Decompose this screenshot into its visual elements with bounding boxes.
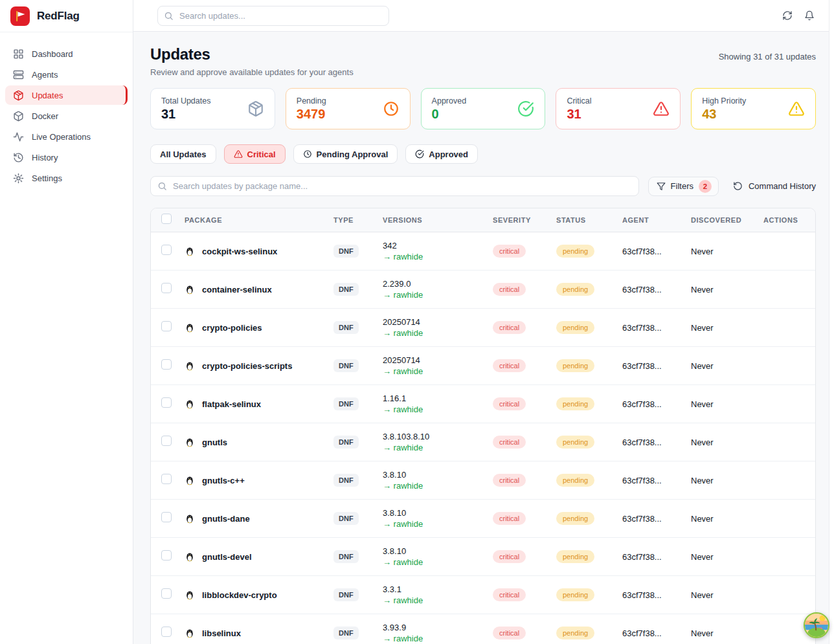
filter-tab-critical[interactable]: Critical bbox=[224, 144, 286, 164]
row-select-checkbox[interactable] bbox=[161, 588, 172, 599]
external-link-icon bbox=[796, 551, 806, 562]
column-header-discovered: DISCOVERED bbox=[691, 216, 763, 224]
approve-button[interactable] bbox=[763, 322, 774, 333]
open-details-button[interactable] bbox=[796, 475, 806, 485]
row-select-checkbox[interactable] bbox=[161, 627, 172, 637]
reject-button[interactable] bbox=[780, 551, 790, 562]
row-select-checkbox[interactable] bbox=[161, 321, 172, 331]
approve-button[interactable] bbox=[763, 513, 774, 524]
row-select-checkbox[interactable] bbox=[161, 436, 172, 446]
open-details-button[interactable] bbox=[796, 513, 806, 524]
sidebar-item-agents[interactable]: Agents bbox=[5, 65, 128, 84]
reject-button[interactable] bbox=[780, 399, 790, 409]
external-link-icon bbox=[796, 437, 806, 447]
type-badge: DNF bbox=[333, 359, 359, 372]
column-header-severity: SEVERITY bbox=[493, 216, 556, 224]
status-badge: pending bbox=[556, 588, 594, 601]
column-header-versions: VERSIONS bbox=[383, 216, 493, 224]
package-search bbox=[150, 176, 639, 196]
row-select-checkbox[interactable] bbox=[161, 512, 172, 522]
select-all-checkbox[interactable] bbox=[161, 214, 172, 224]
open-details-button[interactable] bbox=[796, 322, 806, 333]
x-circle-icon bbox=[780, 399, 790, 409]
package-search-input[interactable] bbox=[150, 176, 639, 196]
row-select-checkbox[interactable] bbox=[161, 550, 172, 561]
column-header-actions: ACTIONS bbox=[763, 216, 815, 224]
notifications-button[interactable] bbox=[804, 10, 815, 21]
approve-button[interactable] bbox=[763, 361, 774, 371]
stat-label: Pending bbox=[297, 96, 326, 105]
version-current: 3.8.10 bbox=[383, 546, 486, 557]
approve-button[interactable] bbox=[763, 399, 774, 409]
approve-button[interactable] bbox=[763, 284, 774, 294]
external-link-icon bbox=[796, 513, 806, 524]
app-window: RedFlag Dashboard Agents Updates Docker … bbox=[0, 0, 834, 644]
version-current: 3.8.10 bbox=[383, 469, 486, 480]
sidebar-item-dashboard[interactable]: Dashboard bbox=[5, 44, 128, 63]
sidebar-item-docker[interactable]: Docker bbox=[5, 106, 128, 126]
type-badge: DNF bbox=[333, 436, 359, 449]
approve-button[interactable] bbox=[763, 551, 774, 562]
filters-button[interactable]: Filters 2 bbox=[648, 177, 719, 196]
row-select-checkbox[interactable] bbox=[161, 474, 172, 484]
sidebar-item-live-operations[interactable]: Live Operations bbox=[5, 127, 128, 146]
sidebar-item-history[interactable]: History bbox=[5, 148, 128, 167]
filter-tab-pending-approval[interactable]: Pending Approval bbox=[293, 144, 398, 164]
topbar bbox=[133, 0, 834, 32]
row-select-checkbox[interactable] bbox=[161, 245, 172, 255]
sidebar-item-settings[interactable]: Settings bbox=[5, 168, 128, 188]
reject-button[interactable] bbox=[780, 322, 790, 333]
scrollbar[interactable] bbox=[829, 0, 834, 644]
agent-id: 63cf7f38... bbox=[622, 476, 691, 485]
open-details-button[interactable] bbox=[796, 590, 806, 600]
approve-button[interactable] bbox=[763, 628, 774, 638]
reject-button[interactable] bbox=[780, 475, 790, 485]
sidebar-item-updates[interactable]: Updates bbox=[5, 85, 128, 105]
approve-button[interactable] bbox=[763, 437, 774, 447]
open-details-button[interactable] bbox=[796, 551, 806, 562]
linux-penguin-icon bbox=[185, 551, 195, 562]
row-select-checkbox[interactable] bbox=[161, 359, 172, 370]
check-circle-icon bbox=[763, 361, 774, 371]
reject-button[interactable] bbox=[780, 437, 790, 447]
filter-tab-approved[interactable]: Approved bbox=[405, 144, 478, 164]
activity-icon bbox=[13, 131, 24, 142]
sidebar-item-label: History bbox=[32, 153, 58, 162]
reject-button[interactable] bbox=[780, 590, 790, 600]
external-link-icon bbox=[796, 475, 806, 485]
approve-button[interactable] bbox=[763, 475, 774, 485]
island-overlay-icon[interactable] bbox=[804, 612, 829, 638]
stat-label: Critical bbox=[567, 96, 591, 105]
topbar-actions bbox=[782, 10, 815, 21]
open-details-button[interactable] bbox=[796, 246, 806, 256]
table-row: gnutls-dane DNF 3.8.10 → rawhide critica… bbox=[151, 500, 815, 538]
global-search-input[interactable] bbox=[157, 6, 389, 26]
approve-button[interactable] bbox=[763, 590, 774, 600]
row-select-checkbox[interactable] bbox=[161, 397, 172, 408]
filter-tab-label: Critical bbox=[247, 150, 276, 159]
version-target: → rawhide bbox=[383, 557, 486, 568]
reject-button[interactable] bbox=[780, 361, 790, 371]
stat-card-critical: Critical 31 bbox=[556, 88, 681, 129]
external-link-icon bbox=[796, 590, 806, 600]
refresh-button[interactable] bbox=[782, 10, 793, 21]
filter-tab-all-updates[interactable]: All Updates bbox=[150, 144, 216, 164]
reject-button[interactable] bbox=[780, 628, 790, 638]
version-target: → rawhide bbox=[383, 442, 486, 453]
row-select-checkbox[interactable] bbox=[161, 283, 172, 293]
open-details-button[interactable] bbox=[796, 399, 806, 409]
sidebar-item-label: Settings bbox=[32, 173, 62, 183]
stat-card-high-priority: High Priority 43 bbox=[691, 88, 816, 129]
package-name: crypto-policies-scripts bbox=[202, 361, 292, 371]
approve-button[interactable] bbox=[763, 246, 774, 256]
reject-button[interactable] bbox=[780, 513, 790, 524]
type-badge: DNF bbox=[333, 550, 359, 563]
open-details-button[interactable] bbox=[796, 437, 806, 447]
reject-button[interactable] bbox=[780, 284, 790, 294]
open-details-button[interactable] bbox=[796, 361, 806, 371]
check-circle-icon bbox=[763, 551, 774, 562]
search-icon bbox=[157, 181, 167, 191]
open-details-button[interactable] bbox=[796, 284, 806, 294]
command-history-button[interactable]: Command History bbox=[733, 181, 816, 191]
reject-button[interactable] bbox=[780, 246, 790, 256]
